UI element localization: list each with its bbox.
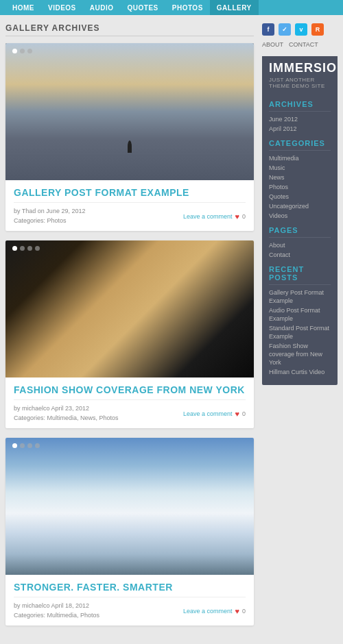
comment-link-2[interactable]: Leave a comment bbox=[183, 410, 233, 417]
list-item: Standard Post Format Example bbox=[269, 323, 331, 340]
post-content-2: FASHION SHOW COVERAGE FROM NEW YORK by m… bbox=[5, 377, 254, 428]
post-card-3: STRONGER. FASTER. SMARTER by michaelco A… bbox=[5, 438, 254, 626]
list-item: Audio Post Format Example bbox=[269, 306, 331, 322]
social-icons: f ✓ v R bbox=[262, 23, 338, 36]
dot-inactive-2c bbox=[35, 246, 40, 251]
slide-dots-1 bbox=[12, 49, 32, 53]
dot-active bbox=[12, 49, 17, 53]
recent-post-3[interactable]: Standard Post Format Example bbox=[269, 325, 329, 340]
dot-inactive-3b bbox=[27, 443, 32, 448]
rss-icon[interactable]: R bbox=[311, 23, 324, 36]
post-card: GALLERY POST FORMAT EXAMPLE by Thad on J… bbox=[5, 43, 254, 231]
dot-active-2 bbox=[12, 246, 17, 251]
cat-uncategorized[interactable]: Uncategorized bbox=[269, 203, 309, 210]
list-item: Contact bbox=[269, 250, 331, 258]
categories-title: CATEGORIES bbox=[269, 134, 331, 151]
post-meta-2: by michaelco April 23, 2012 Categories: … bbox=[14, 399, 246, 423]
list-item: Multimedia bbox=[269, 153, 331, 162]
recent-post-5[interactable]: Hillman Curtis Video bbox=[269, 369, 324, 375]
list-item: Music bbox=[269, 163, 331, 171]
post-author-3: michaelco bbox=[22, 602, 50, 609]
cat-news[interactable]: News bbox=[269, 174, 285, 181]
nav-gallery[interactable]: GALLERY bbox=[210, 0, 259, 15]
list-item: News bbox=[269, 173, 331, 181]
slide-dots-3 bbox=[12, 443, 40, 448]
archive-april-link[interactable]: April 2012 bbox=[269, 125, 297, 132]
brand-title: IMMERSION bbox=[269, 62, 331, 75]
page-container: GALLERY ARCHIVES GALLERY POST FORMAT EXA… bbox=[0, 15, 343, 643]
slide-dots-2 bbox=[12, 246, 40, 251]
post-date-2: April 23, 2012 bbox=[50, 405, 90, 412]
comment-link-1[interactable]: Leave a comment bbox=[183, 213, 233, 220]
twitter-icon[interactable]: ✓ bbox=[279, 23, 291, 36]
post-cat-prefix-3: Categories: bbox=[14, 612, 47, 619]
contact-link[interactable]: CONTACT bbox=[289, 41, 318, 48]
post-cat-prefix-2: Categories: bbox=[14, 414, 47, 421]
page-about[interactable]: About bbox=[269, 242, 285, 249]
sidebar-top-links: ABOUT CONTACT bbox=[262, 41, 338, 48]
post-author-2: michaelco bbox=[22, 405, 50, 412]
cat-music[interactable]: Music bbox=[269, 164, 285, 171]
post-title-3[interactable]: STRONGER. FASTER. SMARTER bbox=[14, 582, 246, 593]
nav-videos[interactable]: VIDEOS bbox=[41, 0, 83, 15]
dot-inactive-3c bbox=[35, 443, 40, 448]
list-item: Fashion Show coverage from New York bbox=[269, 341, 331, 366]
post-image-1 bbox=[5, 43, 254, 180]
post-title-1[interactable]: GALLERY POST FORMAT EXAMPLE bbox=[14, 187, 246, 198]
archive-june-link[interactable]: June 2012 bbox=[269, 116, 298, 123]
cat-photos[interactable]: Photos bbox=[269, 184, 288, 190]
post-title-2[interactable]: FASHION SHOW COVERAGE FROM NEW YORK bbox=[14, 384, 246, 395]
post-meta-3: by michaelco April 18, 2012 Categories: … bbox=[14, 597, 246, 620]
recent-post-1[interactable]: Gallery Post Format Example bbox=[269, 289, 324, 304]
post-cats-1: Photos bbox=[47, 217, 67, 224]
cat-videos[interactable]: Videos bbox=[269, 212, 287, 219]
dot-inactive-3a bbox=[20, 443, 25, 448]
post-meta-right-1: Leave a comment ♥ 0 bbox=[183, 212, 246, 221]
post-content-1: GALLERY POST FORMAT EXAMPLE by Thad on J… bbox=[5, 180, 254, 231]
post-by-3: by bbox=[14, 602, 22, 609]
pages-list: About Contact bbox=[269, 240, 331, 258]
list-item: Videos bbox=[269, 211, 331, 219]
list-item: April 2012 bbox=[269, 124, 331, 132]
page-contact[interactable]: Contact bbox=[269, 251, 290, 258]
recent-post-2[interactable]: Audio Post Format Example bbox=[269, 307, 320, 322]
heart-icon-2: ♥ bbox=[235, 410, 239, 418]
brand-subtitle: JUST ANOTHER THEME DEMO SITE bbox=[269, 77, 331, 89]
vimeo-icon[interactable]: v bbox=[295, 23, 307, 36]
post-meta-left-3: by michaelco April 18, 2012 Categories: … bbox=[14, 602, 99, 620]
comment-link-3[interactable]: Leave a comment bbox=[183, 608, 233, 615]
cat-multimedia[interactable]: Multimedia bbox=[269, 155, 299, 162]
heart-icon-1: ♥ bbox=[235, 212, 239, 221]
post-meta-left-1: by Thad on June 29, 2012 Categories: Pho… bbox=[14, 207, 85, 225]
list-item: Uncategorized bbox=[269, 201, 331, 210]
nav-quotes[interactable]: QUOTES bbox=[121, 0, 165, 15]
main-content: GALLERY ARCHIVES GALLERY POST FORMAT EXA… bbox=[5, 23, 254, 635]
woman-image bbox=[5, 240, 254, 377]
list-item: Gallery Post Format Example bbox=[269, 288, 331, 304]
recent-post-4[interactable]: Fashion Show coverage from New York bbox=[269, 343, 322, 366]
about-link[interactable]: ABOUT bbox=[262, 41, 283, 48]
brand-section: IMMERSION JUST ANOTHER THEME DEMO SITE bbox=[262, 56, 338, 95]
nav-audio[interactable]: AUDIO bbox=[83, 0, 121, 15]
facebook-icon[interactable]: f bbox=[262, 23, 274, 36]
post-author-prefix: by bbox=[14, 208, 22, 214]
like-count-2: 0 bbox=[242, 410, 246, 417]
dot-inactive bbox=[20, 49, 25, 53]
post-author-1: Thad bbox=[22, 208, 36, 214]
recent-posts-title: RECENT POSTS bbox=[269, 260, 331, 285]
post-meta-left-2: by michaelco April 23, 2012 Categories: … bbox=[14, 404, 119, 423]
like-count-1: 0 bbox=[242, 213, 246, 220]
list-item: About bbox=[269, 240, 331, 249]
nav-photos[interactable]: PHOTOS bbox=[165, 0, 210, 15]
list-item: Photos bbox=[269, 182, 331, 190]
page-title: GALLERY ARCHIVES bbox=[5, 23, 254, 36]
post-meta-right-2: Leave a comment ♥ 0 bbox=[183, 410, 246, 418]
sidebar: f ✓ v R ABOUT CONTACT IMMERSION JUST ANO… bbox=[262, 23, 338, 635]
post-image-3 bbox=[5, 438, 254, 575]
like-count-3: 0 bbox=[242, 608, 246, 615]
cat-quotes[interactable]: Quotes bbox=[269, 193, 289, 200]
nav-home[interactable]: HOME bbox=[5, 0, 41, 15]
dot-active-3 bbox=[12, 443, 17, 448]
dot-inactive-2b bbox=[27, 246, 32, 251]
post-date-prefix: on June 29, 2012 bbox=[36, 208, 85, 214]
